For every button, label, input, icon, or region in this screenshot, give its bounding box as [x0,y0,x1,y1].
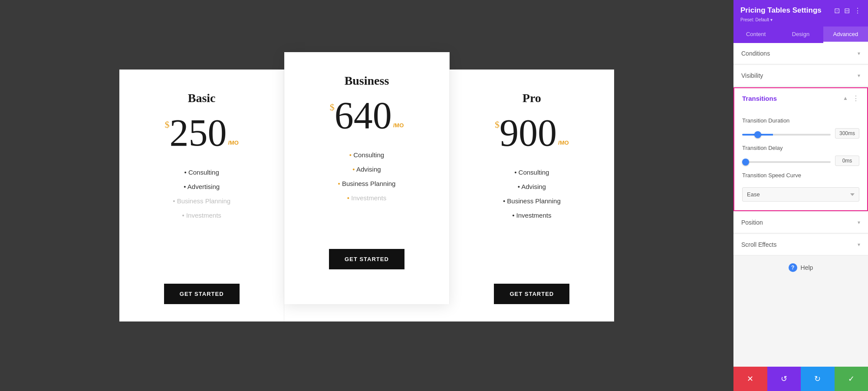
plan-name-pro: Pro [523,91,541,105]
delay-slider-row [742,156,859,166]
scroll-effects-label: Scroll Effects [741,241,776,248]
action-bar: ✕ ↺ ↻ ✓ [733,367,868,391]
features-list-business: Consulting Advising Business Planning In… [297,148,436,205]
layout-icon[interactable]: ⊟ [844,7,850,15]
help-icon: ? [789,263,797,272]
features-list-basic: Consulting Advertising Business Planning… [132,165,271,222]
panel-body: Conditions ▾ Visibility ▾ Transitions ▲ … [733,43,868,367]
list-item: Consulting [132,165,271,179]
help-row[interactable]: ? Help [733,256,868,279]
canvas-area: Basic $ 250 /MO Consulting Advertising B… [0,0,733,391]
delay-slider-wrap [742,157,831,165]
pricing-col-business: Business $ 640 /MO Consulting Advising B… [284,52,449,304]
pricing-tables: Basic $ 250 /MO Consulting Advertising B… [119,70,614,321]
panel-tabs: Content Design Advanced [733,27,868,43]
list-item: Business Planning [463,194,601,208]
duration-slider[interactable] [742,134,831,136]
duration-slider-row [742,128,859,139]
position-label: Position [741,219,763,226]
list-item: Advertising [132,179,271,194]
undo-button[interactable]: ↺ [767,367,801,391]
visibility-section[interactable]: Visibility ▾ [733,65,868,86]
list-item: Business Planning [297,176,436,191]
tab-advanced[interactable]: Advanced [823,27,868,43]
get-started-button-business[interactable]: GET STARTED [329,249,404,269]
preset-text: Preset: Default [740,17,769,22]
list-item: Investments [132,208,271,222]
responsive-icon[interactable]: ⊡ [834,7,840,15]
list-item: Advising [463,179,601,194]
plan-name-basic: Basic [188,91,216,105]
scroll-effects-section[interactable]: Scroll Effects ▾ [733,234,868,255]
conditions-chevron-icon: ▾ [858,50,860,57]
price-period-pro: /MO [558,139,569,146]
delay-label: Transition Delay [742,145,859,151]
preset-label[interactable]: Preset: Default ▾ [740,17,861,22]
conditions-section[interactable]: Conditions ▾ [733,43,868,64]
price-amount-business: 640 [335,96,392,135]
duration-label: Transition Duration [742,117,859,124]
tab-content[interactable]: Content [733,27,778,43]
list-item: Advising [297,162,436,176]
position-chevron-icon: ▾ [858,219,860,226]
price-currency-basic: $ [164,119,169,130]
list-item: Consulting [463,165,601,179]
price-wrap-business: $ 640 /MO [330,96,404,135]
list-item: Investments [297,191,436,205]
price-wrap-basic: $ 250 /MO [164,114,239,152]
duration-slider-wrap [742,129,831,137]
preset-chevron-icon: ▾ [770,17,773,22]
price-period-basic: /MO [228,139,239,146]
plan-name-business: Business [345,74,389,88]
duration-value-input[interactable] [835,128,859,139]
redo-button[interactable]: ↻ [801,367,835,391]
list-item: Investments [463,208,601,222]
transitions-body: Transition Duration Transition Delay [734,109,867,210]
price-currency-business: $ [330,102,335,113]
list-item: Business Planning [132,194,271,208]
confirm-button[interactable]: ✓ [835,367,868,391]
list-item: Consulting [297,148,436,162]
help-text: Help [801,264,813,271]
panel-header: Pricing Tables Settings ⊡ ⊟ ⋮ Preset: De… [733,0,868,27]
transitions-title: Transitions [742,95,777,102]
visibility-label: Visibility [741,72,763,79]
position-section[interactable]: Position ▾ [733,212,868,233]
delay-value-input[interactable] [835,156,859,166]
tab-design[interactable]: Design [778,27,823,43]
transitions-chevron-up-icon[interactable]: ▲ [843,95,848,102]
features-list-pro: Consulting Advising Business Planning In… [463,165,601,222]
panel-header-icons: ⊡ ⊟ ⋮ [834,7,861,15]
visibility-chevron-icon: ▾ [858,73,860,79]
pricing-col-pro: Pro $ 900 /MO Consulting Advising Busine… [450,70,614,321]
price-currency-pro: $ [495,119,500,130]
transitions-header-icons: ▲ ⋮ [843,94,859,103]
transitions-more-icon[interactable]: ⋮ [852,94,859,103]
pricing-col-basic: Basic $ 250 /MO Consulting Advertising B… [119,70,284,321]
price-wrap-pro: $ 900 /MO [495,114,569,152]
delay-slider[interactable] [742,161,831,163]
transitions-header[interactable]: Transitions ▲ ⋮ [734,88,867,109]
transitions-section: Transitions ▲ ⋮ Transition Duration Tran… [733,87,868,211]
conditions-label: Conditions [741,50,770,57]
speed-curve-label: Transition Speed Curve [742,172,859,179]
panel-title: Pricing Tables Settings [740,6,822,15]
cancel-button[interactable]: ✕ [733,367,767,391]
panel-header-top: Pricing Tables Settings ⊡ ⊟ ⋮ [740,6,861,15]
price-amount-basic: 250 [169,114,227,152]
more-icon[interactable]: ⋮ [854,7,861,15]
settings-panel: Pricing Tables Settings ⊡ ⊟ ⋮ Preset: De… [733,0,868,391]
get-started-button-basic[interactable]: GET STARTED [164,284,240,304]
price-amount-pro: 900 [500,114,557,152]
scroll-effects-chevron-icon: ▾ [858,242,860,248]
get-started-button-pro[interactable]: GET STARTED [494,284,569,304]
price-period-business: /MO [393,122,404,129]
speed-curve-select[interactable]: Ease Linear Ease In Ease Out Ease In Out [742,187,859,202]
